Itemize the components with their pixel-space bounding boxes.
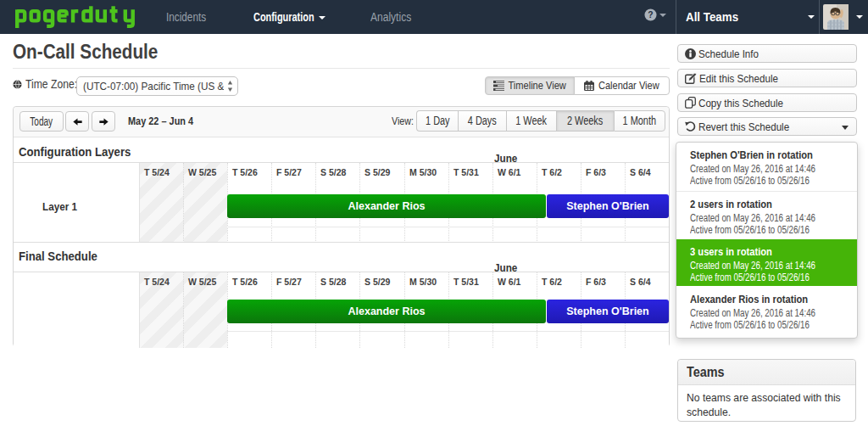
svg-text:?: ? (648, 10, 653, 20)
